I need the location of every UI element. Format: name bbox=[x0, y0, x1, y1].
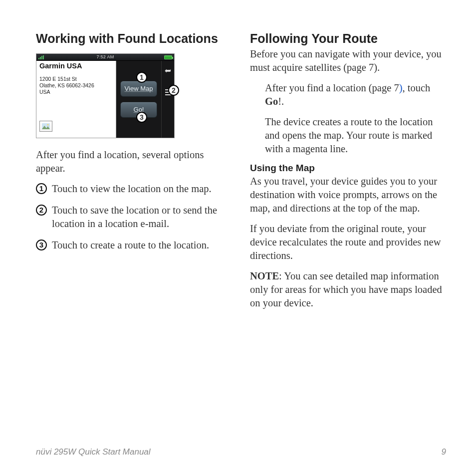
location-name: Garmin USA bbox=[39, 62, 113, 70]
list-badge: 3 bbox=[36, 239, 47, 250]
svg-point-2 bbox=[47, 124, 48, 125]
heading-working-with-found-locations: Working with Found Locations bbox=[36, 31, 232, 46]
location-address: 1200 E 151st St Olathe, KS 66062-3426 US… bbox=[39, 76, 113, 95]
page-footer: nüvi 295W Quick Start Manual 9 bbox=[36, 447, 446, 457]
manual-title: nüvi 295W Quick Start Manual bbox=[36, 447, 151, 457]
note-label: NOTE bbox=[250, 270, 279, 281]
page-number: 9 bbox=[442, 447, 446, 457]
intro-text: After you find a location, several optio… bbox=[36, 148, 232, 175]
list-text: Touch to create a route to the location. bbox=[52, 238, 209, 252]
paragraph: As you travel, your device guides you to… bbox=[250, 175, 446, 215]
step-text: After you find a location (page 7), touc… bbox=[265, 81, 446, 108]
list-item: 1 Touch to view the location on the map. bbox=[36, 182, 232, 196]
list-item: 2 Touch to save the location or to send … bbox=[36, 204, 232, 231]
subheading-using-the-map: Using the Map bbox=[250, 163, 446, 174]
back-icon[interactable]: ➥ bbox=[165, 66, 171, 75]
statusbar-time: 7:52 AM bbox=[96, 54, 114, 59]
list-text: Touch to save the location or to send th… bbox=[52, 204, 232, 231]
address-line: 1200 E 151st St bbox=[39, 76, 113, 82]
callout-list: 1 Touch to view the location on the map.… bbox=[36, 182, 232, 252]
statusbar: 7:52 AM bbox=[36, 54, 174, 61]
step-result: The device creates a route to the locati… bbox=[265, 115, 446, 156]
paragraph: Before you can navigate with your device… bbox=[250, 47, 446, 74]
address-line: USA bbox=[39, 89, 113, 95]
address-line: Olathe, KS 66062-3426 bbox=[39, 82, 113, 89]
heading-following-your-route: Following Your Route bbox=[250, 31, 446, 46]
device-screenshot: 7:52 AM Garmin USA 1200 E 151st St Olath… bbox=[36, 53, 175, 138]
location-panel: Garmin USA 1200 E 151st St Olathe, KS 66… bbox=[36, 61, 116, 138]
note-body: : You can see detailed map information o… bbox=[250, 270, 442, 308]
callout-1: 1 bbox=[136, 72, 147, 83]
callout-2: 2 bbox=[168, 85, 179, 96]
list-item: 3 Touch to create a route to the locatio… bbox=[36, 238, 232, 252]
list-text: Touch to view the location on the map. bbox=[52, 182, 212, 196]
photo-icon[interactable] bbox=[39, 121, 52, 132]
text: !. bbox=[278, 96, 284, 107]
paragraph: If you deviate from the original route, … bbox=[250, 222, 446, 262]
view-map-button[interactable]: View Map bbox=[120, 81, 157, 97]
text: , touch bbox=[403, 82, 431, 93]
signal-icon bbox=[38, 55, 44, 59]
list-badge: 1 bbox=[36, 183, 47, 194]
go-label: Go bbox=[265, 96, 278, 107]
text: After you find a location (page 7 bbox=[265, 82, 399, 93]
callout-3: 3 bbox=[136, 112, 147, 123]
page-link[interactable]: ) bbox=[399, 82, 403, 93]
note: NOTE: You can see detailed map informati… bbox=[250, 269, 446, 310]
battery-icon bbox=[164, 55, 172, 59]
list-badge: 2 bbox=[36, 205, 47, 216]
